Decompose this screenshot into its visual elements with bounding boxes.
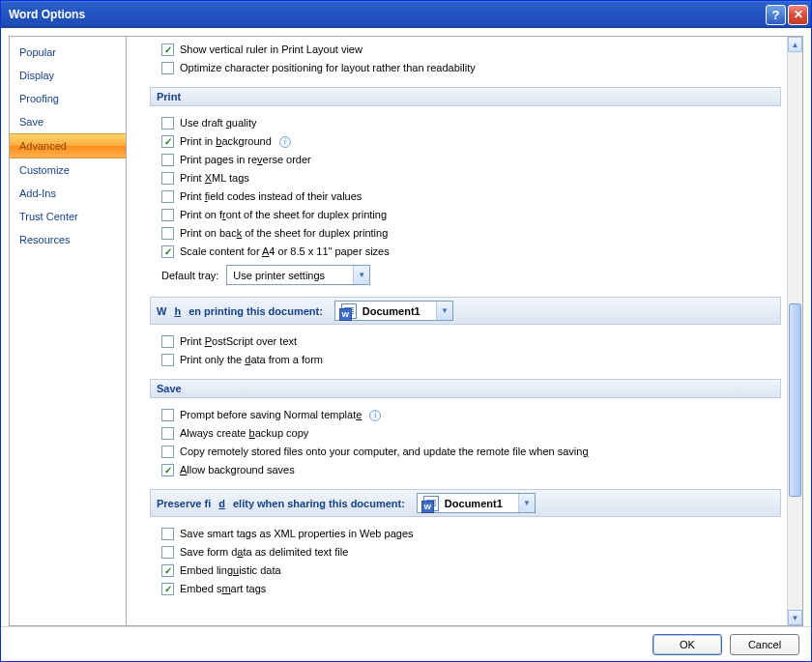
option-printdoc-1[interactable]: Print only the data from a form (150, 351, 787, 369)
checkbox[interactable] (161, 227, 174, 240)
option-save-1[interactable]: Always create backup copy (150, 424, 787, 443)
chevron-down-icon[interactable]: ▼ (436, 302, 452, 320)
option-label: Use draft quality (180, 115, 257, 131)
option-label: Print on front of the sheet for duplex p… (180, 207, 387, 223)
word-document-icon (341, 303, 357, 319)
option-print-7[interactable]: Scale content for A4 or 8.5 x 11" paper … (150, 243, 787, 261)
option-print-6[interactable]: Print on back of the sheet for duplex pr… (150, 224, 787, 243)
sidebar-item-proofing[interactable]: Proofing (10, 87, 126, 110)
close-button[interactable]: ✕ (788, 5, 808, 25)
sidebar-item-add-ins[interactable]: Add-Ins (10, 182, 126, 205)
option-label: Embed linguistic data (180, 562, 281, 579)
option-label: Copy remotely stored files onto your com… (180, 444, 589, 460)
option-print-1[interactable]: Print in backgroundi (150, 132, 787, 151)
scroll-thumb[interactable] (789, 303, 801, 497)
option-label: Optimize character positioning for layou… (180, 60, 476, 76)
option-label: Embed smart tags (180, 581, 266, 597)
option-label: Print in background (180, 133, 272, 150)
checkbox[interactable] (161, 464, 174, 476)
option-print-4[interactable]: Print field codes instead of their value… (150, 187, 787, 206)
checkbox[interactable] (161, 43, 174, 56)
sidebar-item-trust-center[interactable]: Trust Center (10, 205, 126, 228)
vertical-scrollbar[interactable]: ▲ ▼ (787, 37, 802, 625)
option-print-0[interactable]: Use draft quality (150, 114, 787, 132)
option-save-2[interactable]: Copy remotely stored files onto your com… (150, 443, 787, 461)
section-header: When printing this document:Document1▼ (150, 297, 781, 325)
option-fidelity-1[interactable]: Save form data as delimited text file (150, 543, 787, 561)
sidebar-item-resources[interactable]: Resources (10, 228, 126, 251)
checkbox[interactable] (161, 583, 174, 595)
default-tray-combo[interactable]: Use printer settings▼ (226, 265, 370, 285)
combo-value: Use printer settings (227, 270, 353, 281)
option-label: Print PostScript over text (180, 333, 297, 350)
option-save-0[interactable]: Prompt before saving Normal templatei (150, 406, 787, 424)
cancel-button[interactable]: Cancel (730, 634, 799, 655)
option-label: Print pages in reverse order (180, 152, 311, 168)
checkbox[interactable] (161, 190, 174, 203)
option-label: Save smart tags as XML properties in Web… (180, 526, 414, 542)
checkbox[interactable] (161, 546, 174, 559)
option-fidelity-0[interactable]: Save smart tags as XML properties in Web… (150, 525, 787, 543)
checkbox[interactable] (161, 564, 174, 577)
checkbox[interactable] (161, 427, 174, 440)
combo-value: Document1 (335, 303, 436, 319)
option-label: Print XML tags (180, 170, 249, 187)
checkbox[interactable] (161, 245, 174, 258)
dialog-footer: OK Cancel (1, 626, 811, 661)
field-label: Default tray: (161, 270, 218, 281)
default-tray-field: Default tray:Use printer settings▼ (150, 261, 787, 287)
combo-value: Document1 (418, 496, 518, 511)
sidebar-item-display[interactable]: Display (10, 64, 126, 87)
option-label: Allow background saves (180, 462, 295, 478)
scroll-down-button[interactable]: ▼ (788, 610, 802, 625)
option-label: Print field codes instead of their value… (180, 188, 362, 205)
sidebar-item-advanced[interactable]: Advanced (10, 133, 126, 158)
content-pane: Show vertical ruler in Print Layout view… (127, 37, 787, 625)
checkbox[interactable] (161, 172, 174, 185)
sidebar-item-popular[interactable]: Popular (10, 41, 126, 64)
option-label: Prompt before saving Normal template (180, 407, 362, 423)
option-label: Print on back of the sheet for duplex pr… (180, 225, 388, 242)
option-fidelity-2[interactable]: Embed linguistic data (150, 561, 787, 580)
window-title: Word Options (9, 8, 766, 21)
help-button[interactable]: ? (766, 5, 786, 25)
checkbox[interactable] (161, 528, 174, 540)
titlebar[interactable]: Word Options ? ✕ (1, 1, 811, 28)
option-top-1[interactable]: Optimize character positioning for layou… (150, 59, 787, 77)
option-fidelity-3[interactable]: Embed smart tags (150, 580, 787, 598)
sidebar-item-save[interactable]: Save (10, 110, 126, 133)
checkbox[interactable] (161, 62, 174, 74)
checkbox[interactable] (161, 335, 174, 348)
option-print-2[interactable]: Print pages in reverse order (150, 151, 787, 169)
scroll-up-button[interactable]: ▲ (788, 37, 802, 52)
option-save-3[interactable]: Allow background saves (150, 461, 787, 479)
sidebar: PopularDisplayProofingSaveAdvancedCustom… (9, 36, 127, 626)
option-label: Scale content for A4 or 8.5 x 11" paper … (180, 244, 390, 260)
checkbox[interactable] (161, 446, 174, 458)
option-label: Print only the data from a form (180, 352, 323, 368)
chevron-down-icon[interactable]: ▼ (353, 266, 369, 284)
checkbox[interactable] (161, 409, 174, 421)
ok-button[interactable]: OK (652, 634, 722, 655)
checkbox[interactable] (161, 117, 174, 130)
option-printdoc-0[interactable]: Print PostScript over text (150, 332, 787, 351)
option-label: Show vertical ruler in Print Layout view (180, 42, 362, 58)
scroll-track[interactable] (788, 52, 802, 610)
printing-document-combo[interactable]: Document1▼ (334, 301, 453, 321)
checkbox[interactable] (161, 354, 174, 366)
option-top-0[interactable]: Show vertical ruler in Print Layout view (150, 41, 787, 59)
checkbox[interactable] (161, 154, 174, 166)
section-header: Preserve fidelity when sharing this docu… (150, 489, 781, 517)
option-print-5[interactable]: Print on front of the sheet for duplex p… (150, 206, 787, 224)
section-header: Print (150, 87, 781, 106)
checkbox[interactable] (161, 209, 174, 221)
sidebar-item-customize[interactable]: Customize (10, 158, 126, 182)
fidelity-document-combo[interactable]: Document1▼ (417, 493, 536, 513)
option-label: Save form data as delimited text file (180, 544, 348, 561)
option-print-3[interactable]: Print XML tags (150, 169, 787, 187)
word-options-dialog: Word Options ? ✕ PopularDisplayProofingS… (0, 0, 812, 662)
chevron-down-icon[interactable]: ▼ (518, 494, 535, 512)
info-icon[interactable]: i (369, 410, 381, 421)
info-icon[interactable]: i (279, 136, 291, 148)
checkbox[interactable] (161, 135, 174, 148)
